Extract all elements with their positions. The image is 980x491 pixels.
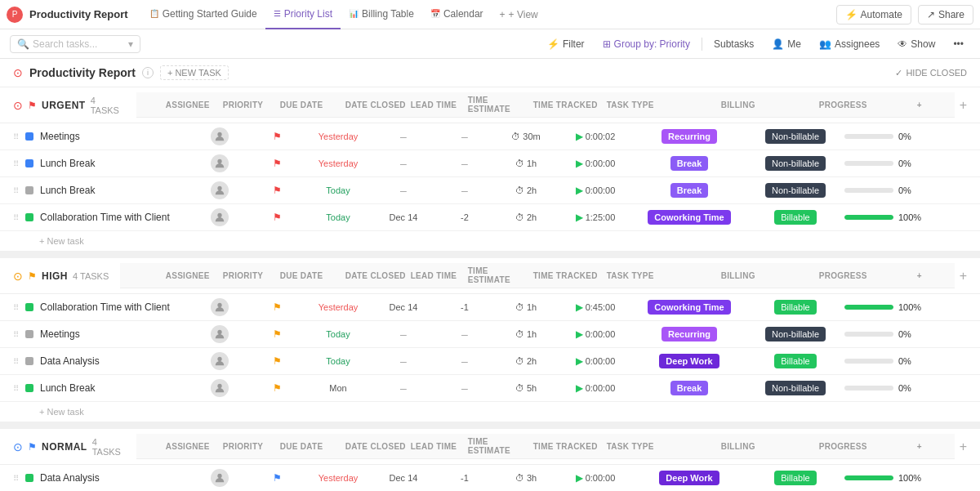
billing-cell: Non-billable <box>746 383 844 393</box>
progress-cell: 100% <box>844 212 942 222</box>
section-count-normal: 4 TASKS <box>92 437 125 457</box>
assignees-button[interactable]: 👥 Assignees <box>813 36 886 52</box>
automate-button[interactable]: ⚡ Automate <box>836 5 911 25</box>
clock-icon: ⏱ <box>515 473 524 483</box>
share-button[interactable]: ↗ Share <box>918 5 973 25</box>
assignee-avatar <box>211 298 229 316</box>
billing-cell: Billable <box>746 356 844 366</box>
me-button[interactable]: 👤 Me <box>765 36 808 52</box>
section-header-urgent: ⊙ ⚑ URGENT 4 TASKS ASSIGNEE PRIORITY DUE… <box>0 87 980 123</box>
task-row: ⠿ Lunch Break ⚑ Mon – – ⏱ 5h ▶ 0:00:00 <box>0 375 980 402</box>
time-estimate-cell: ⏱ 1h <box>493 329 559 339</box>
toolbar: 🔍 Search tasks... ▾ ⚡ Filter ⊞ Group by:… <box>0 29 980 59</box>
task-name: ⠿ Lunch Break <box>13 382 191 394</box>
billing-badge: Non-billable <box>765 183 826 198</box>
new-task-button[interactable]: + NEW TASK <box>160 65 229 80</box>
billing-badge: Non-billable <box>765 156 826 171</box>
task-type-badge: Break <box>670 381 709 395</box>
task-type-cell: Recurring <box>632 329 746 339</box>
clock-icon: ⏱ <box>515 185 524 195</box>
drag-handle[interactable]: ⠿ <box>13 384 19 393</box>
svg-point-3 <box>217 213 221 217</box>
task-type-cell: Deep Work <box>632 473 746 483</box>
task-type-badge: Recurring <box>662 327 717 341</box>
toolbar-actions: ⚡ Filter ⊞ Group by: Priority Subtasks 👤… <box>541 36 970 52</box>
lead-time-cell: – <box>436 328 493 341</box>
billing-cell: Non-billable <box>746 185 844 195</box>
subtasks-button[interactable]: Subtasks <box>707 36 760 52</box>
show-button[interactable]: 👁 Show <box>891 36 942 52</box>
assignee-avatar <box>211 208 229 226</box>
progress-cell: 100% <box>844 302 942 312</box>
drag-handle[interactable]: ⠿ <box>13 213 19 222</box>
drag-handle[interactable]: ⠿ <box>13 159 19 168</box>
high-status-icon: ⊙ <box>13 270 23 283</box>
time-estimate-cell: ⏱ 2h <box>493 212 559 222</box>
assignee-cell <box>191 127 248 145</box>
lead-time-cell: -1 <box>436 302 493 312</box>
date-closed-cell: – <box>371 355 436 368</box>
task-type-badge: Coworking Time <box>648 300 730 315</box>
time-estimate-cell: ⏱ 5h <box>493 383 559 393</box>
section-add-urgent[interactable]: + <box>960 98 967 113</box>
search-box[interactable]: 🔍 Search tasks... ▾ <box>10 35 140 53</box>
project-header: ⊙ Productivity Report i + NEW TASK ✓ HID… <box>0 59 980 87</box>
progress-cell: 0% <box>844 356 942 366</box>
priority-flag: ⚑ <box>248 185 305 196</box>
task-name: ⠿ Meetings <box>13 328 191 340</box>
add-task-high[interactable]: + New task <box>0 402 980 422</box>
priority-flag: ⚑ <box>248 355 305 367</box>
drag-handle[interactable]: ⠿ <box>13 330 19 339</box>
progress-bar <box>844 305 893 310</box>
time-tracked-cell: ▶ 0:00:00 <box>559 185 632 196</box>
table-header-normal: ASSIGNEE PRIORITY DUE DATE DATE CLOSED L… <box>136 434 955 459</box>
date-closed-cell: – <box>371 382 436 395</box>
priority-flag: ⚑ <box>248 158 305 169</box>
lead-time-cell: – <box>436 184 493 197</box>
task-status-dot <box>25 384 33 392</box>
tab-billing-table[interactable]: 📊 Billing Table <box>341 0 422 29</box>
drag-handle[interactable]: ⠿ <box>13 474 19 483</box>
billing-badge: Non-billable <box>765 381 826 395</box>
section-high: ⊙ ⚑ HIGH 4 TASKS ASSIGNEE PRIORITY DUE D… <box>0 258 980 422</box>
group-by-button[interactable]: ⊞ Group by: Priority <box>596 36 697 52</box>
task-type-badge: Deep Work <box>659 471 719 485</box>
clock-icon: ⏱ <box>515 158 524 168</box>
drag-handle[interactable]: ⠿ <box>13 132 19 141</box>
task-status-dot <box>25 330 33 338</box>
tab-calendar[interactable]: 📅 Calendar <box>422 0 492 29</box>
checkmark-icon: ✓ <box>895 68 902 78</box>
lead-time-cell: – <box>436 355 493 368</box>
section-add-normal[interactable]: + <box>960 440 967 454</box>
drag-handle[interactable]: ⠿ <box>13 186 19 195</box>
app-title: Productivity Report <box>29 8 128 20</box>
info-icon[interactable]: i <box>142 67 154 78</box>
add-view-button[interactable]: + + View <box>492 9 546 20</box>
drag-handle[interactable]: ⠿ <box>13 303 19 312</box>
drag-handle[interactable]: ⠿ <box>13 357 19 366</box>
progress-bar <box>844 386 893 391</box>
due-date-cell: Today <box>305 212 371 222</box>
progress-bar <box>844 475 893 480</box>
progress-fill <box>844 305 893 310</box>
task-status-dot <box>25 474 33 482</box>
table-header-urgent: ASSIGNEE PRIORITY DUE DATE DATE CLOSED L… <box>136 92 955 118</box>
more-options-button[interactable]: ••• <box>947 36 970 52</box>
add-task-urgent[interactable]: + New task <box>0 231 980 252</box>
due-date-cell: Today <box>305 185 371 195</box>
assignee-cell <box>191 181 248 199</box>
task-status-dot <box>25 159 33 167</box>
time-tracked-cell: ▶ 0:00:00 <box>559 382 632 394</box>
task-row: ⠿ Data Analysis ⚑ Yesterday Dec 14 -1 ⏱ … <box>0 465 980 491</box>
hide-closed-button[interactable]: ✓ HIDE CLOSED <box>895 68 967 78</box>
task-type-badge: Deep Work <box>659 354 719 368</box>
filter-button[interactable]: ⚡ Filter <box>541 36 591 52</box>
search-icon: 🔍 <box>17 38 29 50</box>
tab-priority-list[interactable]: ☰ Priority List <box>265 0 341 29</box>
play-icon: ▶ <box>576 328 583 340</box>
lead-time-cell: -1 <box>436 473 493 483</box>
main-content: ⊙ Productivity Report i + NEW TASK ✓ HID… <box>0 59 980 491</box>
tab-getting-started[interactable]: 📋 Getting Started Guide <box>141 0 265 29</box>
section-add-high[interactable]: + <box>960 269 967 283</box>
task-row: ⠿ Lunch Break ⚑ Today – – ⏱ 2h ▶ 0:00:00 <box>0 177 980 204</box>
